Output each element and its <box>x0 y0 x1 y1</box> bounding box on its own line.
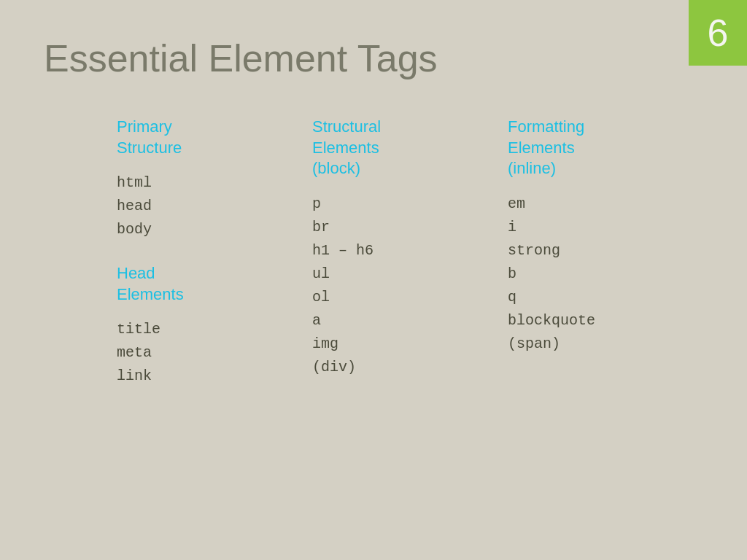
tag-list-formatting: em i strong b q blockquote (span) <box>508 192 703 356</box>
list-item: (span) <box>508 332 703 356</box>
list-item: strong <box>508 239 703 262</box>
content-area: PrimaryStructure html head body HeadElem… <box>117 117 703 410</box>
list-item: em <box>508 192 703 216</box>
tag-list-primary: html head body <box>117 171 312 241</box>
slide: 6 Essential Element Tags PrimaryStructur… <box>0 0 747 560</box>
tag-list-structural: p br h1 – h6 ul ol a img (div) <box>312 192 508 379</box>
list-item: blockquote <box>508 309 703 332</box>
slide-title: Essential Element Tags <box>44 36 703 80</box>
list-item: html <box>117 171 312 195</box>
column-formatting-elements: FormattingElements(inline) em i strong b… <box>508 117 703 410</box>
list-item: ul <box>312 262 508 286</box>
list-item: b <box>508 262 703 286</box>
column-heading-formatting: FormattingElements(inline) <box>508 117 703 179</box>
list-item: br <box>312 216 508 239</box>
slide-number: 6 <box>708 11 729 55</box>
list-item: q <box>508 286 703 309</box>
list-item: i <box>508 216 703 239</box>
list-item: img <box>312 332 508 356</box>
list-item: (div) <box>312 356 508 379</box>
column-primary-structure: PrimaryStructure html head body HeadElem… <box>117 117 312 410</box>
list-item: body <box>117 218 312 241</box>
column-heading-head-elements: HeadElements <box>117 263 312 305</box>
list-item: p <box>312 192 508 216</box>
column-heading-structural: StructuralElements(block) <box>312 117 508 179</box>
column-structural-elements: StructuralElements(block) p br h1 – h6 u… <box>312 117 508 410</box>
list-item: h1 – h6 <box>312 239 508 262</box>
list-item: link <box>117 365 312 388</box>
list-item: a <box>312 309 508 332</box>
slide-number-badge: 6 <box>689 0 747 66</box>
list-item: meta <box>117 341 312 365</box>
column-heading-primary: PrimaryStructure <box>117 117 312 158</box>
list-item: ol <box>312 286 508 309</box>
tag-list-head: title meta link <box>117 318 312 388</box>
list-item: head <box>117 195 312 218</box>
list-item: title <box>117 318 312 341</box>
